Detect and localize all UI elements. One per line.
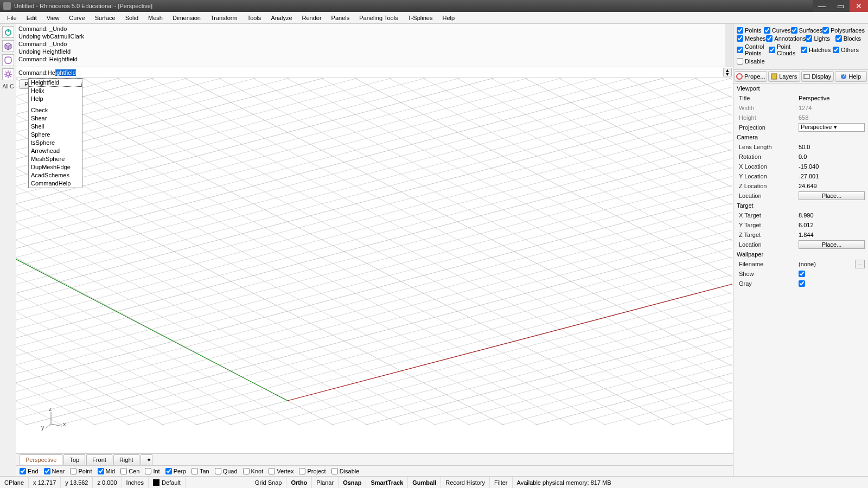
view-tab-top[interactable]: Top xyxy=(63,454,85,465)
osnap-end[interactable]: End xyxy=(20,468,39,474)
menu-file[interactable]: File xyxy=(2,14,22,22)
autocomplete-item[interactable]: Heightfield xyxy=(29,79,82,87)
status-toggle-osnap[interactable]: Osnap xyxy=(339,477,366,488)
status-units[interactable]: Inches xyxy=(122,477,149,488)
autocomplete-dropdown[interactable]: HeightfieldHelixHelpCheckShearShellSpher… xyxy=(28,78,82,188)
svg-line-162 xyxy=(16,78,732,425)
menu-edit[interactable]: Edit xyxy=(22,14,42,22)
filter-polysurfaces[interactable]: Polysurfaces xyxy=(822,27,865,34)
place-button[interactable]: Place... xyxy=(799,191,865,200)
menu-tools[interactable]: Tools xyxy=(242,14,266,22)
status-y[interactable]: y 13.562 xyxy=(61,477,93,488)
close-button[interactable]: ✕ xyxy=(850,0,868,12)
history-spinner[interactable]: ▴▾ xyxy=(723,68,732,76)
status-toggle-planar[interactable]: Planar xyxy=(312,477,339,488)
status-toggle-record-history[interactable]: Record History xyxy=(441,477,490,488)
autocomplete-item[interactable]: Check xyxy=(29,106,82,114)
wire-icon[interactable] xyxy=(2,54,14,66)
prop-y-target: Y Target6.012 xyxy=(733,220,868,230)
status-x[interactable]: x 12.717 xyxy=(29,477,61,488)
view-tab-perspective[interactable]: Perspective xyxy=(20,454,62,465)
autocomplete-item[interactable]: Helix xyxy=(29,87,82,95)
menu-render[interactable]: Render xyxy=(297,14,327,22)
menu-analyze[interactable]: Analyze xyxy=(266,14,297,22)
autocomplete-item[interactable]: CommandHelp xyxy=(29,179,82,188)
menu-dimension[interactable]: Dimension xyxy=(168,14,206,22)
filter-points[interactable]: Points xyxy=(737,27,764,34)
panel-tab-display[interactable]: Display xyxy=(801,71,833,82)
autocomplete-item[interactable]: Arrowhead xyxy=(29,147,82,155)
autocomplete-item[interactable]: Shear xyxy=(29,114,82,123)
view-tab-add[interactable]: ✦ xyxy=(141,454,152,465)
box-icon[interactable] xyxy=(2,40,14,52)
panel-tab-prope[interactable]: Prope... xyxy=(735,71,767,82)
panel-tab-layers[interactable]: Layers xyxy=(768,71,800,82)
view-tab-right[interactable]: Right xyxy=(113,454,139,465)
osnap-tan[interactable]: Tan xyxy=(192,468,209,474)
menu-view[interactable]: View xyxy=(42,14,65,22)
autocomplete-item[interactable]: MeshSphere xyxy=(29,155,82,163)
status-cplane[interactable]: CPlane xyxy=(0,477,29,488)
status-memory[interactable]: Available physical memory: 817 MB xyxy=(513,477,616,488)
osnap-vertex[interactable]: Vertex xyxy=(269,468,293,474)
osnap-disable[interactable]: Disable xyxy=(331,468,360,474)
filter-disable[interactable]: Disable xyxy=(737,58,781,65)
maximize-button[interactable]: ▭ xyxy=(831,0,850,12)
menu-paneling-tools[interactable]: Paneling Tools xyxy=(354,14,403,22)
minimize-button[interactable]: — xyxy=(813,0,831,12)
osnap-cen[interactable]: Cen xyxy=(120,468,139,474)
filter-surfaces[interactable]: Surfaces xyxy=(791,27,822,34)
gear-icon[interactable] xyxy=(2,68,14,80)
filter-point-clouds[interactable]: Point Clouds xyxy=(769,43,801,56)
status-toggle-gumball[interactable]: Gumball xyxy=(408,477,441,488)
menu-panels[interactable]: Panels xyxy=(327,14,355,22)
svg-line-98 xyxy=(16,78,732,425)
autocomplete-item[interactable]: Help xyxy=(29,95,82,103)
osnap-quad[interactable]: Quad xyxy=(215,468,238,474)
menu-solid[interactable]: Solid xyxy=(120,14,143,22)
place-button[interactable]: Place... xyxy=(799,240,865,249)
osnap-knot[interactable]: Knot xyxy=(243,468,264,474)
filter-lights[interactable]: Lights xyxy=(806,35,835,42)
svg-line-214 xyxy=(16,78,732,425)
status-toggle-grid-snap[interactable]: Grid Snap xyxy=(251,477,287,488)
view-tab-front[interactable]: Front xyxy=(86,454,112,465)
autocomplete-item[interactable]: tsSphere xyxy=(29,139,82,147)
osnap-near[interactable]: Near xyxy=(44,468,65,474)
filter-blocks[interactable]: Blocks xyxy=(835,35,865,42)
filter-control-points[interactable]: Control Points xyxy=(737,43,769,56)
osnap-mid[interactable]: Mid xyxy=(98,468,116,474)
status-toggle-filter[interactable]: Filter xyxy=(490,477,512,488)
scrollbar[interactable] xyxy=(725,24,733,67)
status-toggle-ortho[interactable]: Ortho xyxy=(286,477,312,488)
filter-curves[interactable]: Curves xyxy=(764,27,791,34)
osnap-project[interactable]: Project xyxy=(299,468,326,474)
panel-tab-help[interactable]: ?Help xyxy=(835,71,867,82)
browse-button[interactable]: ... xyxy=(855,260,865,268)
filter-annotations[interactable]: Annotations xyxy=(766,35,806,42)
autocomplete-item[interactable]: DupMeshEdge xyxy=(29,163,82,171)
osnap-perp[interactable]: Perp xyxy=(165,468,186,474)
filter-hatches[interactable]: Hatches xyxy=(801,43,833,56)
power-icon[interactable] xyxy=(2,26,14,38)
menu-t-splines[interactable]: T-Splines xyxy=(403,14,438,22)
autocomplete-item[interactable]: Shell xyxy=(29,123,82,131)
command-input[interactable]: Command: He ightfield ▴▾ xyxy=(16,67,733,78)
menu-help[interactable]: Help xyxy=(437,14,459,22)
menu-transform[interactable]: Transform xyxy=(206,14,242,22)
svg-line-37 xyxy=(16,78,732,425)
osnap-int[interactable]: Int xyxy=(145,468,159,474)
menu-mesh[interactable]: Mesh xyxy=(143,14,168,22)
status-z[interactable]: z 0.000 xyxy=(93,477,122,488)
osnap-point[interactable]: Point xyxy=(70,468,92,474)
filter-others[interactable]: Others xyxy=(833,43,865,56)
autocomplete-item[interactable]: Sphere xyxy=(29,131,82,139)
viewport[interactable]: Perspective HeightfieldHelixHelpCheckShe… xyxy=(16,78,733,453)
autocomplete-item[interactable]: AcadSchemes xyxy=(29,171,82,179)
menu-surface[interactable]: Surface xyxy=(90,14,120,22)
status-toggle-smarttrack[interactable]: SmartTrack xyxy=(366,477,408,488)
filter-meshes[interactable]: Meshes xyxy=(737,35,766,42)
command-history[interactable]: Command: _UndoUndoing wbCatmullClarkComm… xyxy=(16,24,733,67)
menu-curve[interactable]: Curve xyxy=(64,14,90,22)
status-layer[interactable]: Default xyxy=(149,477,186,488)
